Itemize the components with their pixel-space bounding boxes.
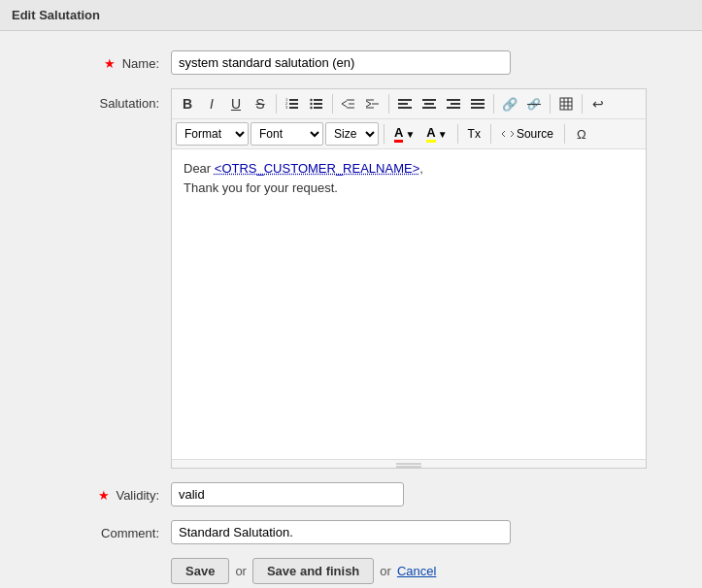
or-text-2: or	[380, 564, 391, 578]
svg-rect-29	[451, 103, 460, 105]
editor-line1: Dear <OTRS_CUSTOMER_REALNAME>,	[184, 159, 634, 179]
comment-label: Comment:	[16, 520, 171, 540]
toolbar-row2: Format Font Size A ▼ A ▼	[172, 119, 646, 149]
separator7	[384, 124, 384, 144]
svg-point-10	[310, 103, 312, 105]
unordered-list-button[interactable]	[305, 92, 328, 115]
toolbar-row1: B I U S 123	[172, 89, 646, 119]
svg-rect-25	[422, 99, 436, 101]
name-input[interactable]	[171, 50, 511, 75]
name-field-container	[171, 50, 686, 75]
comment-field-container	[171, 520, 686, 544]
svg-rect-23	[398, 103, 408, 105]
font-select[interactable]: Font	[251, 122, 323, 146]
svg-line-17	[366, 101, 371, 104]
separator6	[582, 94, 583, 114]
separator8	[457, 124, 458, 144]
outdent-button[interactable]	[337, 92, 360, 115]
source-button[interactable]: Source	[496, 122, 559, 146]
separator9	[490, 124, 491, 144]
or-text-1: or	[235, 564, 247, 578]
strikethrough-button[interactable]: S	[249, 92, 272, 115]
editor-wrapper: B I U S 123	[171, 88, 647, 469]
separator3	[388, 94, 389, 114]
font-color-button[interactable]: A ▼	[389, 122, 419, 146]
undo-button[interactable]: ↩	[586, 92, 610, 115]
comment-input[interactable]	[171, 520, 511, 544]
indent-button[interactable]	[361, 92, 384, 115]
svg-line-12	[342, 101, 347, 104]
name-row: ★ Name:	[16, 50, 686, 75]
bold-button[interactable]: B	[176, 92, 199, 115]
save-finish-button[interactable]: Save and finish	[252, 558, 374, 584]
svg-line-13	[342, 104, 347, 107]
required-star: ★	[104, 56, 116, 71]
required-star-validity: ★	[98, 488, 110, 503]
svg-rect-27	[422, 107, 436, 109]
svg-rect-26	[424, 103, 434, 105]
svg-rect-31	[471, 99, 485, 101]
svg-rect-22	[398, 99, 412, 101]
size-select[interactable]: Size	[325, 122, 379, 146]
validity-label: ★ Validity:	[16, 482, 171, 503]
separator10	[564, 124, 565, 144]
svg-rect-7	[314, 103, 322, 105]
table-button[interactable]	[554, 92, 578, 115]
svg-rect-8	[314, 107, 322, 109]
save-button[interactable]: Save	[171, 558, 229, 584]
italic-button[interactable]: I	[200, 92, 223, 115]
separator2	[332, 94, 333, 114]
separator1	[276, 94, 277, 114]
editor-container: B I U S 123	[171, 88, 686, 469]
svg-rect-33	[471, 107, 485, 109]
underline-button[interactable]: U	[224, 92, 248, 115]
svg-rect-32	[471, 103, 485, 105]
svg-rect-30	[447, 107, 460, 109]
svg-rect-34	[560, 98, 572, 110]
editor-line2: Thank you for your request.	[184, 179, 634, 198]
customer-tag: <OTRS_CUSTOMER_REALNAME>	[215, 161, 419, 176]
justify-button[interactable]	[466, 92, 489, 115]
align-right-button[interactable]	[442, 92, 465, 115]
link-button[interactable]: 🔗	[498, 92, 521, 115]
validity-input[interactable]	[171, 482, 404, 506]
align-center-button[interactable]	[418, 92, 441, 115]
clear-format-button[interactable]: Tx	[463, 122, 485, 146]
svg-point-9	[310, 99, 312, 101]
svg-rect-6	[314, 99, 322, 101]
salutation-row: Salutation: B I U S 123	[16, 88, 686, 469]
svg-line-18	[366, 104, 371, 107]
validity-row: ★ Validity:	[16, 482, 686, 506]
align-left-button[interactable]	[393, 92, 417, 115]
editor-resize-handle[interactable]	[172, 460, 646, 468]
svg-rect-0	[289, 99, 298, 101]
svg-rect-24	[398, 107, 412, 109]
separator4	[493, 94, 494, 114]
svg-rect-1	[289, 103, 298, 105]
svg-rect-28	[447, 99, 460, 101]
validity-field-container	[171, 482, 686, 506]
buttons-row: Save or Save and finish or Cancel	[171, 558, 686, 584]
format-select[interactable]: Format	[176, 122, 249, 146]
svg-point-11	[310, 107, 312, 109]
separator5	[550, 94, 551, 114]
page-title: Edit Salutation	[0, 0, 702, 31]
name-label: ★ Name:	[16, 50, 171, 71]
comment-row: Comment:	[16, 520, 686, 544]
editor-body[interactable]: Dear <OTRS_CUSTOMER_REALNAME>, Thank you…	[172, 149, 646, 460]
special-char-button[interactable]: Ω	[570, 122, 593, 146]
svg-text:3: 3	[285, 105, 288, 110]
unlink-button[interactable]: 🔗	[522, 92, 546, 115]
salutation-label: Salutation:	[16, 88, 171, 111]
cancel-link[interactable]: Cancel	[397, 564, 436, 578]
ordered-list-button[interactable]: 123	[281, 92, 304, 115]
svg-rect-2	[289, 107, 298, 109]
font-bg-color-button[interactable]: A ▼	[421, 122, 451, 146]
